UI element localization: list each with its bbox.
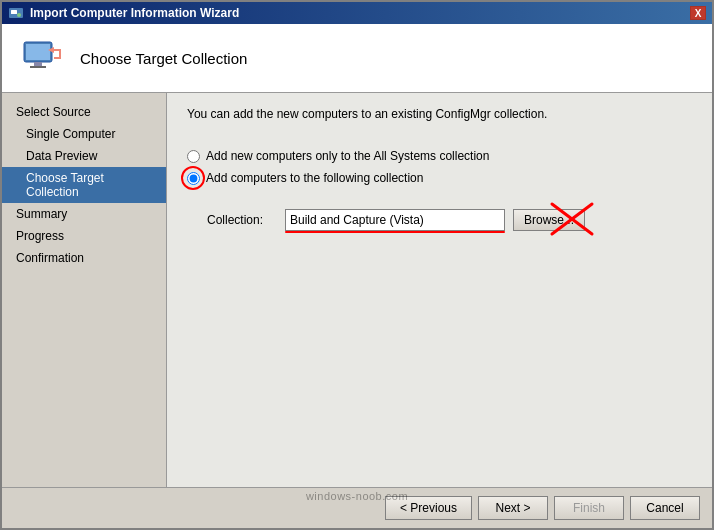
browse-annotation: Browse... <box>513 209 585 231</box>
description-text: You can add the new computers to an exis… <box>187 107 692 121</box>
computer-icon <box>20 36 64 80</box>
svg-rect-1 <box>11 10 17 14</box>
next-button[interactable]: Next > <box>478 496 548 520</box>
sidebar-item-single-computer[interactable]: Single Computer <box>2 123 166 145</box>
browse-button[interactable]: Browse... <box>513 209 585 231</box>
header-title: Choose Target Collection <box>80 50 247 67</box>
cancel-button[interactable]: Cancel <box>630 496 700 520</box>
sidebar-item-choose-target[interactable]: Choose Target Collection <box>2 167 166 203</box>
radio-row-following: Add computers to the following collectio… <box>187 171 692 185</box>
radio-following-label: Add computers to the following collectio… <box>206 171 423 185</box>
header-area: Choose Target Collection <box>2 24 712 93</box>
svg-point-2 <box>17 13 21 17</box>
previous-button[interactable]: < Previous <box>385 496 472 520</box>
sidebar-item-data-preview[interactable]: Data Preview <box>2 145 166 167</box>
collection-label: Collection: <box>207 213 277 227</box>
window-title: Import Computer Information Wizard <box>30 6 239 20</box>
title-bar: Import Computer Information Wizard X <box>2 2 712 24</box>
radio-row-all-systems: Add new computers only to the All System… <box>187 149 692 163</box>
sidebar-item-select-source[interactable]: Select Source <box>2 101 166 123</box>
svg-rect-4 <box>26 44 50 60</box>
wizard-icon <box>8 5 24 21</box>
title-bar-left: Import Computer Information Wizard <box>8 5 239 21</box>
finish-button[interactable]: Finish <box>554 496 624 520</box>
collection-row: Collection: Browse... <box>207 209 692 231</box>
header-icon-box <box>18 34 66 82</box>
options-group: Add new computers only to the All System… <box>187 149 692 185</box>
radio-all-systems-label: Add new computers only to the All System… <box>206 149 489 163</box>
wizard-window: Import Computer Information Wizard X Cho… <box>0 0 714 530</box>
sidebar-item-summary[interactable]: Summary <box>2 203 166 225</box>
content-area: Select Source Single Computer Data Previ… <box>2 93 712 487</box>
sidebar-item-confirmation[interactable]: Confirmation <box>2 247 166 269</box>
footer-bar: < Previous Next > Finish Cancel <box>2 487 712 528</box>
sidebar: Select Source Single Computer Data Previ… <box>2 93 167 487</box>
collection-input[interactable] <box>285 209 505 231</box>
svg-rect-5 <box>34 62 42 66</box>
sidebar-item-progress[interactable]: Progress <box>2 225 166 247</box>
radio-following[interactable] <box>187 172 200 185</box>
svg-rect-6 <box>30 66 46 68</box>
close-button[interactable]: X <box>690 6 706 20</box>
main-panel: You can add the new computers to an exis… <box>167 93 712 487</box>
radio-all-systems[interactable] <box>187 150 200 163</box>
collection-input-wrapper <box>285 209 505 231</box>
